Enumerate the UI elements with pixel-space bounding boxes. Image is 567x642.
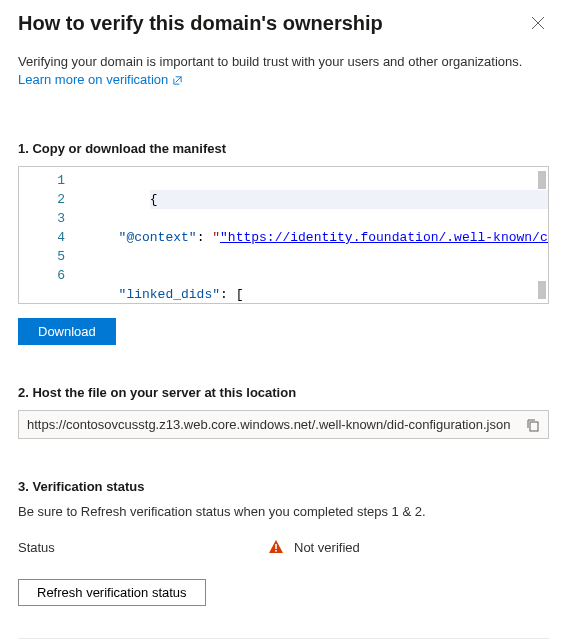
refresh-status-button[interactable]: Refresh verification status: [18, 579, 206, 606]
learn-more-link[interactable]: Learn more on verification: [18, 71, 183, 89]
step1-heading: 1. Copy or download the manifest: [18, 141, 549, 156]
download-button[interactable]: Download: [18, 318, 116, 345]
close-button[interactable]: [527, 12, 549, 37]
copy-icon[interactable]: [526, 418, 540, 432]
close-icon: [531, 16, 545, 30]
warning-icon: [268, 539, 284, 555]
code-content: { "@context": ""https://identity.foundat…: [83, 167, 548, 303]
code-gutter: 123456: [19, 167, 83, 303]
step3-heading: 3. Verification status: [18, 479, 549, 494]
svg-rect-2: [275, 550, 277, 552]
host-url-text: https://contosovcusstg.z13.web.core.wind…: [27, 417, 510, 432]
svg-rect-0: [530, 422, 538, 431]
status-value: Not verified: [294, 540, 360, 555]
manifest-code-editor[interactable]: 123456 { "@context": ""https://identity.…: [18, 166, 549, 304]
status-label: Status: [18, 540, 268, 555]
svg-rect-1: [275, 544, 277, 549]
scrollbar-indicator: [538, 281, 546, 299]
external-link-icon: [172, 75, 183, 86]
step3-instruction: Be sure to Refresh verification status w…: [18, 504, 549, 519]
step2-heading: 2. Host the file on your server at this …: [18, 385, 549, 400]
page-title: How to verify this domain's ownership: [18, 12, 383, 35]
scrollbar-indicator: [538, 171, 546, 189]
learn-more-label: Learn more on verification: [18, 71, 168, 89]
host-url-field[interactable]: https://contosovcusstg.z13.web.core.wind…: [18, 410, 549, 439]
divider: [18, 638, 549, 639]
intro-text: Verifying your domain is important to bu…: [18, 54, 522, 69]
